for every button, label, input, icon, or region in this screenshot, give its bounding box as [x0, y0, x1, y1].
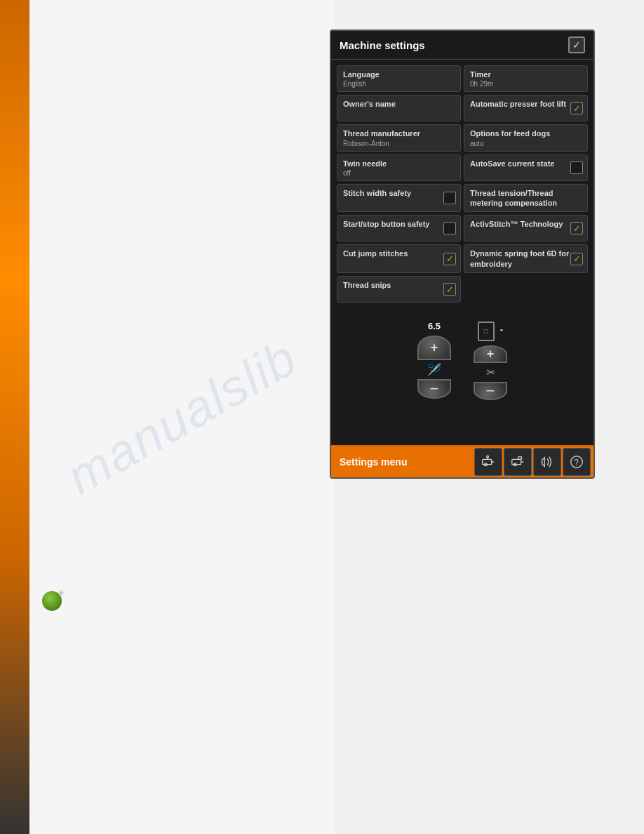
setting-autosave-label: AutoSave current state	[470, 159, 582, 168]
setting-language-value: English	[343, 80, 455, 88]
setting-feed-dogs-label: Options for feed dogs	[470, 128, 582, 138]
auto-presser-foot-checkbox[interactable]: ✓	[570, 102, 583, 114]
help-button[interactable]: ?	[563, 448, 591, 476]
setting-start-stop-safety-label: Start/stop button safety	[343, 219, 455, 229]
footer-icons: ?	[474, 448, 593, 476]
watermark-area: manualslib	[29, 0, 335, 834]
setting-twin-needle-value: off	[343, 169, 455, 177]
setting-dynamic-spring-foot-label: Dynamic spring foot 6D for embroidery	[470, 249, 582, 269]
start-stop-safety-checkbox[interactable]	[443, 222, 456, 234]
thread-snips-checkbox[interactable]: ✓	[443, 283, 456, 296]
setting-timer-label: Timer	[470, 70, 582, 79]
left-dial-group: 6.5 + 🪡 −	[415, 321, 454, 399]
setting-activstitch[interactable]: ActivStitch™ Technology ✓	[464, 215, 588, 241]
setting-thread-tension-label: Thread tension/Thread metering compensat…	[470, 188, 582, 208]
setting-dynamic-spring-foot[interactable]: Dynamic spring foot 6D for embroidery ✓	[464, 244, 588, 273]
svg-rect-8	[518, 456, 522, 459]
setting-timer-value: 0h 29m	[470, 80, 582, 88]
setting-owner-name[interactable]: Owner's name	[337, 95, 461, 121]
confirm-button[interactable]: ✓	[568, 37, 585, 53]
setting-stitch-width-safety-label: Stitch width safety	[343, 188, 455, 198]
machine-settings-panel: Machine settings ✓ Language English Time…	[330, 29, 595, 479]
sound-icon	[539, 454, 555, 470]
left-dial-plus-button[interactable]: +	[417, 336, 451, 360]
setting-stitch-width-safety[interactable]: Stitch width safety	[337, 184, 461, 213]
footer-title: Settings menu	[331, 456, 474, 468]
embroidery-icon	[510, 454, 525, 470]
setting-thread-snips-label: Thread snips	[343, 280, 455, 290]
dynamic-spring-foot-checkbox[interactable]: ✓	[570, 253, 583, 265]
setting-twin-needle[interactable]: Twin needle off	[337, 154, 461, 181]
setting-feed-dogs-value: auto	[470, 140, 582, 147]
right-dial-value: -	[500, 324, 503, 335]
activstitch-checkbox[interactable]: ✓	[570, 222, 583, 234]
left-dial-value: 6.5	[428, 321, 441, 331]
setting-timer[interactable]: Timer 0h 29m	[464, 65, 588, 92]
sewing-machine-button[interactable]	[474, 448, 502, 476]
left-dial-icon: 🪡	[427, 363, 441, 376]
svg-marker-9	[542, 457, 545, 466]
star-icon: ✳	[58, 588, 65, 598]
panel-footer: Settings menu	[331, 445, 593, 477]
dial-row: 6.5 + 🪡 − □	[415, 321, 510, 399]
svg-point-4	[487, 456, 489, 458]
setting-start-stop-safety[interactable]: Start/stop button safety	[337, 215, 461, 241]
dial-rect: □	[478, 322, 495, 341]
svg-text:?: ?	[574, 457, 579, 467]
right-dial-group: □ - + ✂ −	[471, 322, 510, 399]
setting-thread-tension[interactable]: Thread tension/Thread metering compensat…	[464, 184, 588, 213]
right-dial-icon: ✂	[486, 366, 495, 379]
left-dial-minus-button[interactable]: −	[417, 379, 451, 399]
empty-cell	[464, 276, 588, 303]
setting-thread-manufacturer-value: Robison-Anton	[343, 140, 455, 147]
embroidery-button[interactable]	[504, 448, 532, 476]
setting-language-label: Language	[343, 70, 455, 79]
setting-owner-name-label: Owner's name	[343, 99, 455, 109]
setting-autosave[interactable]: AutoSave current state	[464, 154, 588, 181]
setting-thread-manufacturer-label: Thread manufacturer	[343, 128, 455, 138]
stitch-width-safety-checkbox[interactable]	[443, 192, 456, 204]
app-icon: ✳	[42, 591, 62, 611]
panel-title: Machine settings	[340, 39, 425, 51]
setting-cut-jump-stitches[interactable]: Cut jump stitches ✓	[337, 244, 461, 273]
panel-header: Machine settings ✓	[331, 31, 593, 60]
sidebar	[0, 0, 29, 834]
setting-auto-presser-foot-label: Automatic presser foot lift	[470, 99, 582, 109]
setting-thread-manufacturer[interactable]: Thread manufacturer Robison-Anton	[337, 124, 461, 151]
right-dial-plus-button[interactable]: +	[474, 345, 507, 363]
setting-activstitch-label: ActivStitch™ Technology	[470, 219, 582, 229]
right-dial-minus-button[interactable]: −	[474, 382, 507, 400]
watermark-text: manualslib	[57, 328, 307, 505]
sewing-machine-icon	[481, 454, 496, 470]
controls-area: 6.5 + 🪡 − □	[331, 308, 593, 406]
setting-auto-presser-foot[interactable]: Automatic presser foot lift ✓	[464, 95, 588, 121]
bottom-icon-area: ✳	[42, 591, 67, 616]
setting-twin-needle-label: Twin needle	[343, 159, 455, 168]
help-icon: ?	[569, 454, 584, 470]
setting-cut-jump-stitches-label: Cut jump stitches	[343, 249, 455, 258]
setting-thread-snips[interactable]: Thread snips ✓	[337, 276, 461, 303]
autosave-checkbox[interactable]	[570, 161, 583, 174]
cut-jump-stitches-checkbox[interactable]: ✓	[443, 253, 456, 265]
settings-grid: Language English Timer 0h 29m Owner's na…	[331, 60, 593, 308]
setting-language[interactable]: Language English	[337, 65, 461, 92]
sound-button[interactable]	[533, 448, 561, 476]
setting-feed-dogs[interactable]: Options for feed dogs auto	[464, 124, 588, 151]
